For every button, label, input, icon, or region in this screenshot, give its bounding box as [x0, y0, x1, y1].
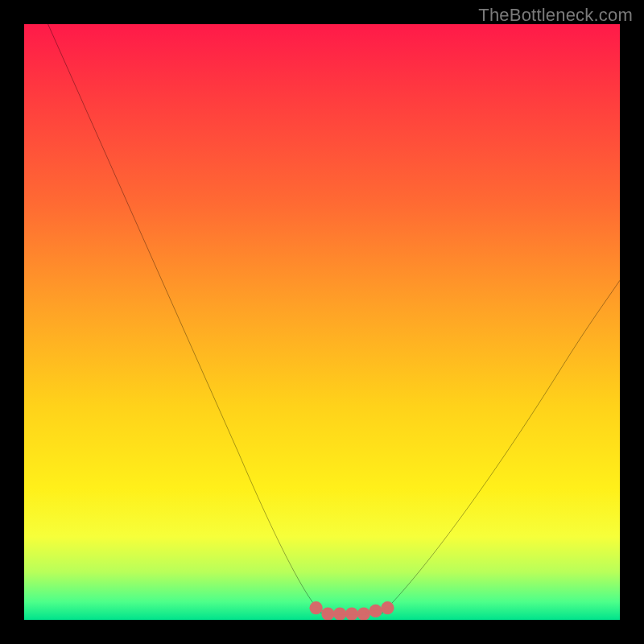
chart-frame: TheBottleneck.com [0, 0, 644, 644]
svg-point-3 [345, 607, 358, 620]
watermark-text: TheBottleneck.com [478, 5, 633, 26]
svg-point-4 [357, 607, 370, 620]
svg-point-5 [369, 605, 382, 617]
svg-point-1 [321, 607, 334, 620]
curve-right-branch [382, 280, 620, 613]
bottleneck-curve [24, 24, 620, 620]
chart-plot-area [24, 24, 620, 620]
svg-point-6 [381, 601, 394, 614]
svg-point-2 [333, 607, 346, 620]
curve-left-branch [48, 24, 322, 614]
valley-marker-group [309, 601, 394, 620]
svg-point-0 [309, 601, 322, 614]
